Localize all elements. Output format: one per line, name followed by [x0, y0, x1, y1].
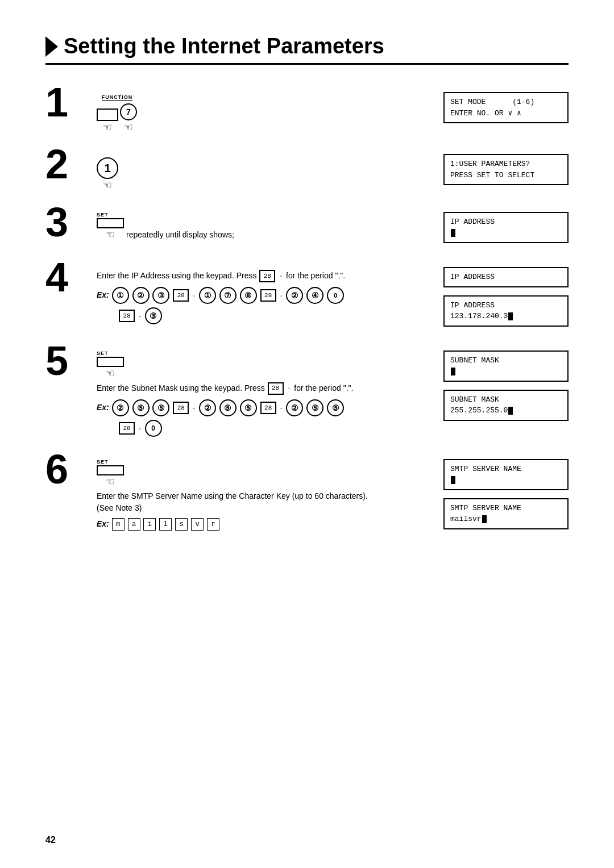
step-6: 6 SET ☞ Enter the SMTP Server Name using…	[45, 454, 569, 533]
function-btn[interactable]	[97, 108, 118, 121]
page-number: 42	[45, 835, 56, 845]
step-2-keys: 1 ☞	[97, 157, 432, 191]
step-1-right: SET MODE (1-6) ENTER NO. OR ∨ ∧	[443, 87, 569, 127]
step-number-1: 1	[45, 82, 91, 123]
step-5-ex-row1: Ex: ② ⑤ ⑤ 28 · ② ⑤ ⑤ 28 · ② ⑤ ⑤	[97, 399, 432, 417]
step-6-ex: Ex: m a i l s v r	[97, 518, 432, 531]
step-3-content: SET ☞ repeatedly until display shows;	[91, 207, 432, 241]
lcd-6a-line1: SMTP SERVER NAME	[450, 464, 562, 475]
hand-icon-1: ☞	[103, 121, 112, 133]
lcd-4b-line2: 123.178.240.3	[450, 311, 562, 322]
step-3-keys: SET ☞ repeatedly until display shows;	[97, 212, 432, 241]
step-4-text: Enter the IP Address using the keypad. P…	[97, 269, 370, 283]
step-4-ex-row1: Ex: ① ② ③ 28 · ① ⑦ ⑧ 28 · ② ④ 0	[97, 286, 432, 304]
lcd-5b: SUBNET MASK 255.255.255.0	[443, 390, 569, 421]
set-btn-3[interactable]	[97, 218, 124, 228]
step-2-content: 1 ☞	[91, 149, 432, 191]
step-1-content: FUNCTION ☞ 7 ☞	[91, 87, 432, 133]
dot-sep-4: ·	[280, 271, 282, 280]
lcd-3-line1: IP ADDRESS	[450, 216, 562, 228]
hand-icon-3: ☞	[103, 179, 112, 191]
step-number-2: 2	[45, 144, 91, 185]
hand-icon-2: ☞	[124, 121, 133, 133]
step-3: 3 SET ☞ repeatedly until display shows;	[45, 207, 569, 247]
key-1[interactable]: 1	[97, 157, 118, 179]
step-6-content: SET ☞ Enter the SMTP Server Name using t…	[91, 454, 432, 532]
step-5-text: Enter the Subnet Mask using the keypad. …	[97, 382, 370, 395]
step-4-ex-row2: 28 · ③	[118, 307, 432, 325]
function-label: FUNCTION	[102, 94, 133, 101]
lcd-1-line1: SET MODE (1-6)	[450, 97, 562, 108]
title-arrow-icon	[45, 36, 58, 57]
step-5-ex-row2: 28 · 0	[118, 419, 432, 437]
step-2: 2 1 ☞ 1:USER PARAMETERS? PRESS SET TO SE…	[45, 149, 569, 191]
dot-sep-5: ·	[288, 383, 291, 392]
step-1: 1 FUNCTION ☞ 7 ☞	[45, 87, 569, 133]
step-6-right: SMTP SERVER NAME SMTP SERVER NAME mailsv…	[443, 454, 569, 533]
title-bar: Setting the Internet Parameters	[45, 34, 569, 65]
set-label-5: SET	[97, 350, 109, 356]
step-6-set: SET ☞	[97, 459, 432, 488]
step-6-text: Enter the SMTP Server Name using the Cha…	[97, 490, 370, 514]
function-key-group: FUNCTION ☞ 7 ☞	[97, 94, 138, 133]
step-number-5: 5	[45, 340, 91, 381]
lcd-4b-line1: IP ADDRESS	[450, 300, 562, 311]
lcd-3-line2	[450, 228, 562, 239]
key-28-4[interactable]: 28	[259, 270, 275, 282]
set-label-3: SET	[97, 212, 109, 218]
lcd-4a-line1: IP ADDRESS	[450, 272, 562, 283]
page-title: Setting the Internet Parameters	[64, 34, 384, 59]
lcd-6b-line2: mailsvr	[450, 514, 562, 525]
key-28-5[interactable]: 28	[268, 382, 284, 395]
step-number-4: 4	[45, 257, 91, 298]
step-1-keys: FUNCTION ☞ 7 ☞	[97, 94, 432, 133]
step-2-right: 1:USER PARAMETERS? PRESS SET TO SELECT	[443, 149, 569, 189]
lcd-1-line2: ENTER NO. OR ∨ ∧	[450, 108, 562, 119]
step-5: 5 SET ☞ Enter the Subnet Mask using the …	[45, 346, 569, 439]
lcd-5a-line1: SUBNET MASK	[450, 355, 562, 366]
step-4: 4 Enter the IP Address using the keypad.…	[45, 262, 569, 330]
set-btn-5[interactable]	[97, 357, 124, 367]
lcd-1: SET MODE (1-6) ENTER NO. OR ∨ ∧	[443, 92, 569, 123]
hand-icon-5: ☞	[106, 367, 115, 379]
lcd-5b-line2: 255.255.255.0	[450, 405, 562, 416]
step-4-right: IP ADDRESS IP ADDRESS 123.178.240.3	[443, 262, 569, 330]
key-7[interactable]: 7	[120, 103, 137, 120]
step-number-3: 3	[45, 202, 91, 243]
lcd-2: 1:USER PARAMETERS? PRESS SET TO SELECT	[443, 154, 569, 185]
step-5-content: SET ☞ Enter the Subnet Mask using the ke…	[91, 346, 432, 439]
lcd-2-line2: PRESS SET TO SELECT	[450, 170, 562, 181]
lcd-4b: IP ADDRESS 123.178.240.3	[443, 295, 569, 327]
step-4-content: Enter the IP Address using the keypad. P…	[91, 262, 432, 326]
lcd-2-line1: 1:USER PARAMETERS?	[450, 158, 562, 170]
lcd-3: IP ADDRESS	[443, 212, 569, 243]
lcd-4a: IP ADDRESS	[443, 267, 569, 287]
step-5-set: SET ☞	[97, 350, 432, 379]
set-label-6: SET	[97, 459, 109, 465]
lcd-6b: SMTP SERVER NAME mailsvr	[443, 498, 569, 529]
set-btn-6[interactable]	[97, 465, 124, 475]
lcd-5a: SUBNET MASK	[443, 350, 569, 382]
lcd-6a-line2	[450, 474, 562, 486]
step-3-right: IP ADDRESS	[443, 207, 569, 247]
hand-icon-4: ☞	[106, 228, 115, 241]
lcd-6b-line1: SMTP SERVER NAME	[450, 503, 562, 514]
hand-icon-6: ☞	[106, 475, 115, 488]
step-5-right: SUBNET MASK SUBNET MASK 255.255.255.0	[443, 346, 569, 424]
step-number-6: 6	[45, 449, 91, 490]
step-3-text: repeatedly until display shows;	[126, 229, 234, 241]
lcd-5a-line2	[450, 366, 562, 377]
lcd-6a: SMTP SERVER NAME	[443, 459, 569, 490]
lcd-5b-line1: SUBNET MASK	[450, 394, 562, 406]
